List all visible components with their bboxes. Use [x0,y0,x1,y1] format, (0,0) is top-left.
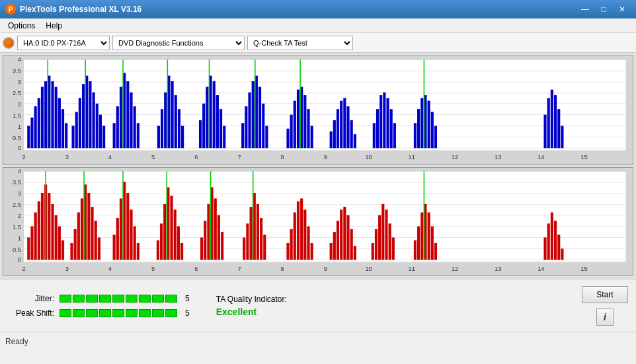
svg-rect-257 [557,235,560,260]
svg-rect-179 [74,229,77,259]
svg-rect-103 [330,131,333,148]
svg-rect-167 [30,226,33,260]
svg-rect-35 [30,118,33,148]
svg-text:5: 5 [151,153,155,161]
peak-shift-value: 5 [185,309,190,318]
svg-rect-166 [27,237,30,260]
svg-rect-228 [307,226,309,260]
disk-icon [3,37,15,49]
svg-rect-116 [390,109,393,148]
toolbar: HA:0 ID:0 PX-716A DVD Diagnostic Functio… [0,33,636,53]
svg-text:0.5: 0.5 [13,133,21,141]
svg-rect-239 [375,229,378,259]
svg-rect-204 [180,242,183,259]
svg-rect-68 [161,109,163,148]
svg-rect-214 [243,237,245,260]
svg-rect-127 [547,98,550,148]
svg-text:15: 15 [580,153,587,161]
minimize-button[interactable]: — [576,3,594,16]
svg-rect-122 [428,101,430,149]
svg-rect-242 [385,209,387,260]
svg-rect-175 [58,226,61,260]
svg-rect-42 [55,87,58,148]
svg-rect-62 [126,81,129,148]
bottom-chart: 4 3.5 3 2.5 2 1.5 1 0.5 0 2 3 4 5 6 7 8 … [3,167,633,277]
svg-rect-72 [175,95,177,148]
svg-rect-87 [248,92,251,148]
device-select[interactable]: HA:0 ID:0 PX-716A [17,36,110,50]
svg-rect-231 [333,232,336,260]
svg-rect-105 [337,109,339,148]
svg-rect-254 [547,223,550,260]
svg-rect-230 [330,242,333,259]
svg-rect-64 [134,106,136,148]
svg-rect-63 [130,92,132,148]
peak-shift-bar-2 [73,309,85,317]
svg-text:6: 6 [194,153,198,161]
svg-text:13: 13 [495,153,501,161]
svg-rect-112 [376,109,379,148]
svg-rect-50 [82,84,85,148]
maximize-button[interactable]: □ [595,3,612,16]
svg-rect-198 [160,223,163,260]
svg-rect-44 [61,109,64,148]
svg-rect-69 [164,92,167,148]
svg-rect-128 [551,90,553,149]
svg-rect-223 [290,229,293,259]
metrics-section: Jitter: 5 Peak Shift: [8,294,190,318]
close-button[interactable]: ✕ [614,3,631,16]
jitter-bars [60,295,177,303]
svg-rect-49 [79,98,81,148]
svg-rect-241 [381,203,384,259]
window-controls: — □ ✕ [576,3,631,16]
svg-text:8: 8 [281,153,284,161]
svg-rect-222 [286,242,289,259]
svg-rect-181 [81,198,83,260]
function-select[interactable]: DVD Diagnostic Functions [112,36,245,50]
svg-text:14: 14 [537,265,544,272]
jitter-bar-2 [73,295,85,303]
svg-rect-108 [346,106,349,148]
svg-text:10: 10 [365,265,372,272]
svg-rect-183 [87,192,90,259]
jitter-bar-3 [86,295,98,303]
jitter-bar-7 [139,295,151,303]
svg-text:12: 12 [452,153,458,161]
svg-rect-178 [70,242,73,259]
peak-shift-bar-7 [139,309,151,317]
svg-rect-37 [38,98,40,148]
peak-shift-label: Peak Shift: [8,309,54,318]
svg-rect-78 [206,87,208,148]
svg-rect-224 [294,212,296,260]
svg-rect-197 [157,240,159,260]
svg-rect-253 [543,237,546,260]
svg-text:1.5: 1.5 [13,112,21,119]
menu-help[interactable]: Help [40,20,67,32]
jitter-bar-6 [126,295,138,303]
menu-options[interactable]: Options [3,20,40,32]
svg-text:1.5: 1.5 [13,223,21,230]
jitter-row: Jitter: 5 [8,294,190,303]
svg-rect-34 [27,126,30,148]
svg-rect-120 [420,98,423,148]
svg-rect-199 [163,203,166,259]
test-select[interactable]: Q-Check TA Test [247,36,353,50]
svg-rect-45 [65,123,67,148]
info-button[interactable]: i [596,309,614,326]
peak-shift-bar-3 [86,309,98,317]
window-title: PlexTools Professional XL V3.16 [20,5,141,14]
svg-text:0: 0 [18,144,21,151]
svg-rect-243 [389,223,391,260]
svg-rect-39 [44,81,47,148]
start-button[interactable]: Start [582,286,628,303]
svg-text:0: 0 [18,256,21,263]
svg-rect-244 [392,237,395,260]
svg-rect-81 [216,95,219,148]
svg-rect-126 [543,115,546,149]
svg-text:7: 7 [237,153,241,161]
svg-rect-170 [41,192,44,259]
peak-shift-bar-9 [165,309,177,317]
svg-rect-48 [75,112,78,148]
svg-rect-186 [98,237,100,260]
svg-rect-43 [58,98,61,148]
